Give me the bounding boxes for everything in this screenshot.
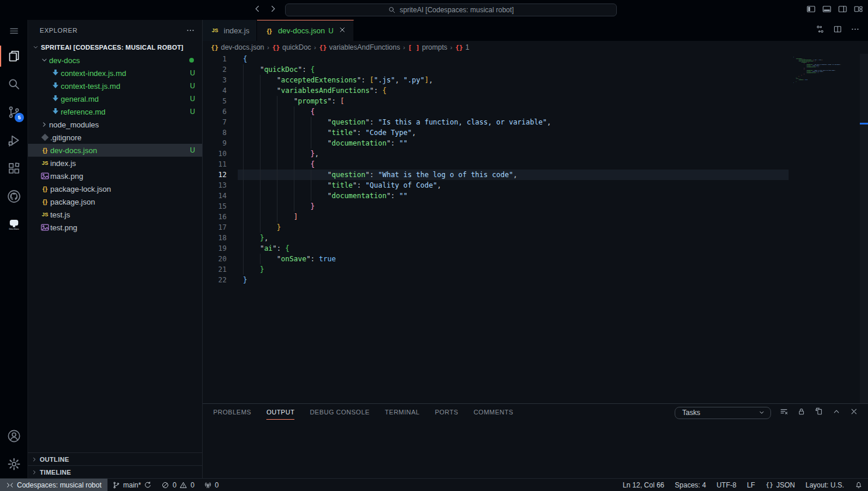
code-line-21[interactable]: 21 }: [203, 264, 868, 275]
arrow-left-button[interactable]: [252, 4, 262, 16]
sidebar-item-dev-docs-json[interactable]: {}dev-docs.jsonU: [28, 144, 202, 157]
toggle-secondary-sidebar-button[interactable]: [838, 4, 848, 16]
code-line-20[interactable]: 20 "onSave": true: [203, 254, 868, 264]
section-outline[interactable]: OUTLINE: [28, 452, 202, 465]
breadcrumb-item-dev-docs-json[interactable]: {}dev-docs.json: [211, 43, 264, 51]
status-remote[interactable]: Codespaces: musical robot: [0, 479, 107, 491]
file-label: test.js: [50, 210, 70, 219]
line-number: 12: [203, 170, 227, 180]
breadcrumb-item-variablesandfunctions[interactable]: {}variablesAndFunctions: [319, 43, 400, 51]
remote-icon: [6, 481, 14, 489]
status-problems[interactable]: 00: [157, 479, 199, 491]
status-ports[interactable]: 0: [199, 479, 224, 491]
activity-item-explorer[interactable]: [0, 42, 27, 70]
command-center-search[interactable]: spriteAI [Codespaces: musical robot]: [285, 4, 617, 16]
tab-index-js[interactable]: JSindex.js: [203, 20, 257, 41]
sidebar-item-context-index-js-md[interactable]: context-index.js.mdU: [28, 67, 202, 79]
code-line-6[interactable]: 6 {: [203, 106, 868, 117]
status-cursor-position[interactable]: Ln 12, Col 66: [617, 479, 669, 491]
sidebar-item-node-modules[interactable]: node_modules: [28, 118, 202, 131]
close-icon[interactable]: [338, 26, 346, 36]
output-channel-select[interactable]: Tasks: [675, 407, 771, 419]
lock-button[interactable]: [797, 407, 806, 419]
status-indentation[interactable]: Spaces: 4: [669, 479, 711, 491]
toggle-sidebar-button[interactable]: [806, 4, 816, 16]
activity-item-extensions[interactable]: [0, 154, 27, 182]
panel-tab-terminal[interactable]: TERMINAL: [385, 406, 420, 420]
code-line-5[interactable]: 5 "prompts": [: [203, 96, 868, 106]
tab-dev-docs-json[interactable]: {}dev-docs.jsonU: [257, 20, 354, 41]
minimap[interactable]: { "quickDoc": { "acceptedExtensions": ["…: [793, 57, 857, 103]
code-line-11[interactable]: 11 {: [203, 159, 868, 170]
activity-item-menu[interactable]: [0, 20, 27, 42]
ellipsis-icon[interactable]: [186, 26, 195, 35]
customize-layout-button[interactable]: [853, 4, 863, 16]
panel-tab-ports[interactable]: PORTS: [435, 406, 458, 420]
sidebar-item-context-test-js-md[interactable]: context-test.js.mdU: [28, 79, 202, 92]
panel-tab-problems[interactable]: PROBLEMS: [213, 406, 251, 420]
sidebar-item-package-lock-json[interactable]: {}package-lock.json: [28, 182, 202, 195]
sidebar-item-test-png[interactable]: test.png: [28, 221, 202, 234]
code-line-14[interactable]: 14 "documentation": "": [203, 191, 868, 201]
maximize-panel-button[interactable]: [832, 407, 841, 419]
token: ": [243, 181, 332, 189]
code-line-10[interactable]: 10 },: [203, 148, 868, 159]
sidebar-item-reference-md[interactable]: reference.mdU: [28, 105, 202, 118]
overview-ruler[interactable]: [860, 54, 868, 403]
clear-output-button[interactable]: [779, 407, 789, 419]
code-line-3[interactable]: 3 "acceptedExtensions": [".js", ".py"],: [203, 75, 868, 85]
arrow-right-button[interactable]: [269, 4, 278, 16]
status-encoding[interactable]: UTF-8: [711, 479, 742, 491]
activity-item-github[interactable]: [0, 182, 27, 210]
activity-item-settings[interactable]: [0, 450, 27, 478]
activity-item-source-control[interactable]: 5: [0, 98, 27, 126]
code-line-4[interactable]: 4 "variablesAndFunctions": {: [203, 85, 868, 96]
split-editor-button[interactable]: [833, 25, 842, 36]
activity-item-run-debug[interactable]: [0, 126, 27, 154]
code-line-19[interactable]: 19 "ai": {: [203, 243, 868, 254]
code-line-8[interactable]: 8 "title": "Code Type",: [203, 127, 868, 138]
open-output-editor-button[interactable]: [814, 407, 824, 419]
sidebar-item-mask-png[interactable]: mask.png: [28, 170, 202, 182]
activity-item-dev-docs[interactable]: Dev-Docs: [0, 210, 27, 238]
close-button[interactable]: [849, 407, 859, 419]
open-changes-button[interactable]: [815, 25, 825, 36]
ellipsis-button[interactable]: [850, 25, 860, 36]
code-line-2[interactable]: 2 "quickDoc": {: [203, 64, 868, 75]
sidebar-item-test-js[interactable]: JStest.js: [28, 208, 202, 221]
breadcrumb-item-1[interactable]: {}1: [455, 43, 469, 51]
status-notifications[interactable]: [849, 479, 868, 491]
code-line-16[interactable]: 16 ]: [203, 212, 868, 222]
sidebar-item-package-json[interactable]: {}package.json: [28, 195, 202, 208]
status-eol[interactable]: LF: [742, 479, 761, 491]
code-line-13[interactable]: 13 "title": "Quality of Code",: [203, 180, 868, 191]
code-line-1[interactable]: 1{: [203, 54, 868, 64]
activity-item-search[interactable]: [0, 70, 27, 98]
section-timeline[interactable]: TIMELINE: [28, 465, 202, 478]
sidebar-item-dev-docs[interactable]: dev-docs: [28, 54, 202, 67]
toggle-panel-button[interactable]: [822, 4, 832, 16]
status-keyboard-layout[interactable]: Layout: U.S.: [800, 479, 849, 491]
status-branch[interactable]: main*: [107, 479, 157, 491]
panel-tab-debug-console[interactable]: DEBUG CONSOLE: [310, 406, 369, 420]
sidebar-item-gitignore[interactable]: .gitignore: [28, 131, 202, 144]
status-language-mode[interactable]: {}JSON: [761, 479, 800, 491]
activity-item-account[interactable]: [0, 422, 27, 450]
code-line-12[interactable]: 12 "question": "What is the log o of thi…: [203, 170, 868, 180]
tree-root[interactable]: SPRITEAI [CODESPACES: MUSICAL ROBOT]: [28, 41, 202, 54]
breadcrumb-item-quickdoc[interactable]: {}quickDoc: [272, 43, 311, 51]
code-line-17[interactable]: 17 }: [203, 222, 868, 233]
breadcrumb-item-prompts[interactable]: [ ]prompts: [408, 43, 447, 51]
code-line-9[interactable]: 9 "documentation": "": [203, 138, 868, 148]
panel-tab-comments[interactable]: COMMENTS: [474, 406, 513, 420]
sidebar-item-general-md[interactable]: general.mdU: [28, 92, 202, 105]
output-panel-body[interactable]: [203, 421, 868, 478]
code-line-22[interactable]: 22}: [203, 275, 868, 285]
code-editor[interactable]: 1{2 "quickDoc": {3 "acceptedExtensions":…: [203, 54, 868, 403]
token: }: [277, 223, 281, 231]
code-line-15[interactable]: 15 }: [203, 201, 868, 212]
code-line-7[interactable]: 7 "question": "Is this a function, class…: [203, 117, 868, 127]
code-line-18[interactable]: 18 },: [203, 233, 868, 243]
panel-tab-output[interactable]: OUTPUT: [266, 406, 294, 420]
sidebar-item-index-js[interactable]: JSindex.js: [28, 157, 202, 170]
